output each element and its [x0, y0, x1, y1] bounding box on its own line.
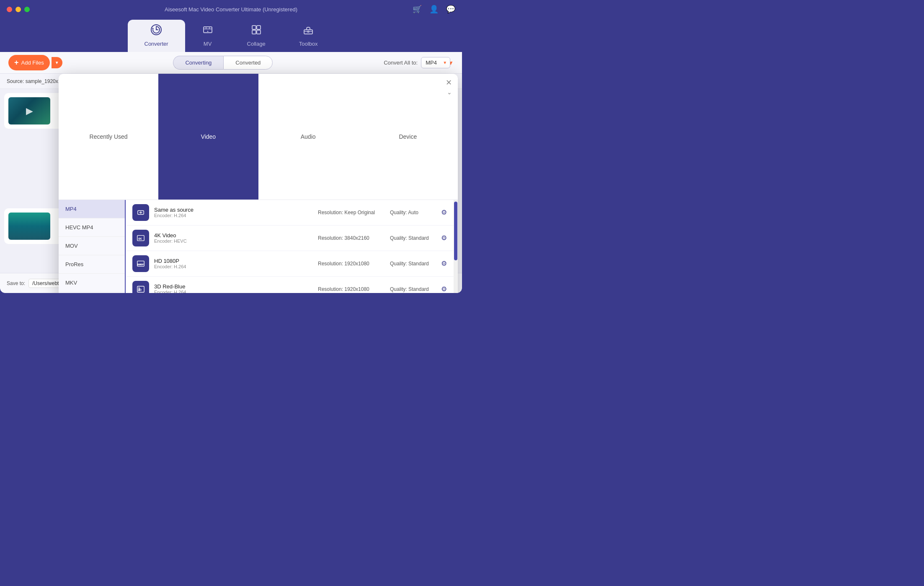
tab-converter[interactable]: Converter	[128, 20, 185, 52]
format-info-3d-rb: 3D Red-Blue Encoder: H.264	[154, 283, 313, 293]
format-option-same-as-source[interactable]: Same as source Encoder: H.264 Resolution…	[126, 200, 454, 226]
format-info-same: Same as source Encoder: H.264	[154, 207, 313, 218]
format-tab-audio[interactable]: Audio	[258, 74, 358, 200]
svg-rect-6	[257, 30, 261, 34]
maximize-button[interactable]	[24, 7, 30, 12]
format-body: MP4 HEVC MP4 MOV ProRes MKV HEVC MKV AVI…	[59, 200, 458, 293]
tab-mv[interactable]: MV	[185, 20, 230, 52]
converting-tab[interactable]: Converting	[173, 56, 223, 70]
add-files-label: Add Files	[21, 60, 44, 66]
format-picker-popup: ✕ ⌄ Recently Used Video Audio Device	[59, 74, 458, 293]
format-encoder-hd1080: Encoder: H.264	[154, 264, 313, 269]
sidebar-item-mov[interactable]: MOV	[59, 237, 125, 255]
converted-tab[interactable]: Converted	[223, 56, 273, 70]
user-icon[interactable]: 👤	[429, 5, 439, 14]
convert-all-format-wrapper[interactable]: MP4 MOV MKV AVI	[421, 57, 450, 68]
convert-all-section: Convert All to: MP4 MOV MKV AVI ▼	[384, 57, 454, 68]
scrollbar-thumb[interactable]	[454, 202, 457, 260]
tab-toolbox-label: Toolbox	[299, 41, 318, 47]
main-content: + Add Files ▼ Converting Converted Conve…	[0, 52, 462, 293]
sidebar-item-mkv[interactable]: MKV	[59, 274, 125, 292]
format-name-same: Same as source	[154, 207, 313, 213]
scrollbar-track[interactable]	[454, 200, 458, 293]
format-name-4k: 4K Video	[154, 232, 313, 239]
svg-rect-5	[252, 30, 256, 34]
svg-text:3D: 3D	[138, 288, 142, 291]
format-quality-hd1080: Quality: Standard	[390, 261, 436, 267]
format-gear-hd1080[interactable]: ⚙	[441, 259, 447, 267]
svg-text:4K: 4K	[138, 236, 142, 240]
format-icon-3d-rb: 3D	[132, 281, 149, 293]
format-gear-4k[interactable]: ⚙	[441, 234, 447, 242]
svg-rect-4	[257, 26, 261, 29]
app-title: Aiseesoft Mac Video Converter Ultimate (…	[165, 6, 297, 13]
cart-icon[interactable]: 🛒	[413, 5, 422, 14]
format-resolution-4k: Resolution: 3840x2160	[318, 235, 385, 241]
format-quality-same: Quality: Auto	[390, 210, 436, 215]
converting-tabs: Converting Converted	[62, 56, 384, 70]
format-option-3d-rb[interactable]: 3D 3D Red-Blue Encoder: H.264 Resolution…	[126, 277, 454, 293]
format-encoder-same: Encoder: H.264	[154, 213, 313, 218]
sidebar-item-prores[interactable]: ProRes	[59, 255, 125, 274]
toolbar: + Add Files ▼ Converting Converted Conve…	[0, 52, 462, 74]
popup-collapse-button[interactable]: ⌄	[447, 89, 452, 96]
format-tab-recently-used[interactable]: Recently Used	[59, 74, 158, 200]
format-encoder-3d-rb: Encoder: H.264	[154, 290, 313, 293]
title-bar: Aiseesoft Mac Video Converter Ultimate (…	[0, 0, 462, 18]
sidebar-item-hevc-mp4[interactable]: HEVC MP4	[59, 218, 125, 237]
svg-marker-1	[152, 28, 154, 30]
format-info-hd1080: HD 1080P Encoder: H.264	[154, 258, 313, 269]
format-encoder-4k: Encoder: HEVC	[154, 239, 313, 244]
converter-tab-icon	[150, 24, 162, 38]
format-gear-same[interactable]: ⚙	[441, 208, 447, 216]
file-thumbnail-2	[8, 213, 50, 240]
close-button[interactable]	[7, 7, 12, 12]
tab-collage[interactable]: Collage	[230, 20, 282, 52]
add-files-dropdown-button[interactable]: ▼	[52, 57, 62, 68]
convert-all-label: Convert All to:	[384, 60, 418, 66]
file-thumbnail-1: ▶	[8, 97, 50, 124]
play-button-1[interactable]: ▶	[26, 106, 33, 117]
format-name-hd1080: HD 1080P	[154, 258, 313, 264]
format-icon-4k: 4K	[132, 230, 149, 246]
svg-rect-3	[252, 26, 256, 29]
collage-tab-icon	[250, 24, 262, 38]
sidebar-item-mp4[interactable]: MP4	[59, 200, 125, 218]
chat-icon[interactable]: 💬	[446, 5, 455, 14]
format-tab-device[interactable]: Device	[358, 74, 458, 200]
mv-tab-icon	[202, 24, 214, 38]
save-to-label: Save to:	[7, 280, 25, 286]
toolbox-tab-icon	[302, 24, 314, 38]
popup-close-button[interactable]: ✕	[446, 78, 452, 87]
tab-mv-label: MV	[204, 41, 212, 47]
format-icon-same	[132, 204, 149, 221]
sidebar-item-hevc-mkv[interactable]: HEVC MKV	[59, 292, 125, 293]
add-files-button[interactable]: + Add Files	[8, 55, 50, 70]
format-options-list: Same as source Encoder: H.264 Resolution…	[126, 200, 454, 293]
minimize-button[interactable]	[15, 7, 21, 12]
plus-icon: +	[14, 58, 19, 67]
svg-rect-7	[304, 30, 312, 34]
convert-all-format-select[interactable]: MP4 MOV MKV AVI	[421, 57, 450, 68]
format-option-4k[interactable]: 4K 4K Video Encoder: HEVC Resolution: 38…	[126, 226, 454, 251]
format-quality-4k: Quality: Standard	[390, 235, 436, 241]
format-quality-3d-rb: Quality: Standard	[390, 286, 436, 292]
format-tab-video[interactable]: Video	[158, 74, 258, 200]
tab-collage-label: Collage	[247, 41, 266, 47]
format-tabs: Recently Used Video Audio Device	[59, 74, 458, 200]
format-sidebar: MP4 HEVC MP4 MOV ProRes MKV HEVC MKV AVI…	[59, 200, 126, 293]
window-controls	[7, 7, 30, 12]
format-resolution-hd1080: Resolution: 1920x1080	[318, 261, 385, 267]
nav-tabs: Converter MV	[0, 18, 462, 52]
format-name-3d-rb: 3D Red-Blue	[154, 283, 313, 290]
format-info-4k: 4K Video Encoder: HEVC	[154, 232, 313, 244]
format-resolution-3d-rb: Resolution: 1920x1080	[318, 286, 385, 292]
format-resolution-same: Resolution: Keep Original	[318, 210, 385, 215]
format-option-hd1080[interactable]: 1080 1080P HD 1080P Encoder: H.264 Resol…	[126, 251, 454, 277]
format-gear-3d-rb[interactable]: ⚙	[441, 285, 447, 293]
tab-converter-label: Converter	[145, 41, 168, 47]
tab-toolbox[interactable]: Toolbox	[282, 20, 335, 52]
title-bar-actions: 🛒 👤 💬	[413, 5, 455, 14]
svg-text:1080P: 1080P	[137, 263, 144, 265]
format-icon-hd1080: 1080 1080P	[132, 255, 149, 272]
